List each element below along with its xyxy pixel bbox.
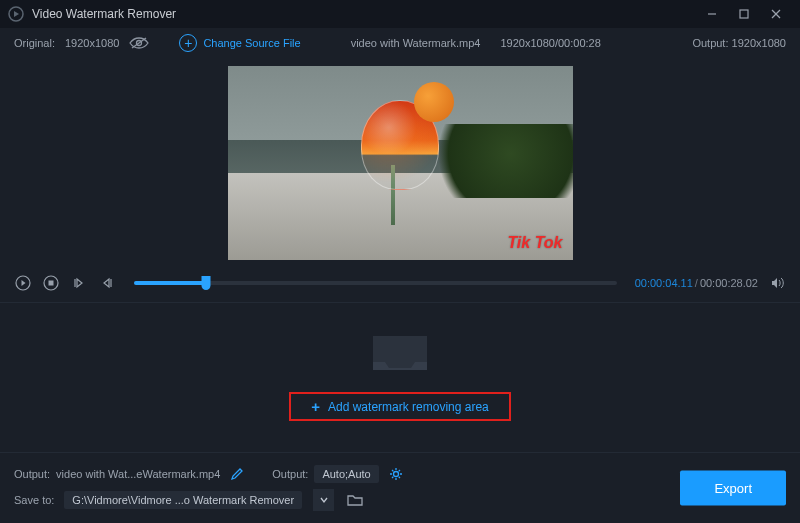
output-file-label: Output: xyxy=(14,468,50,480)
app-title: Video Watermark Remover xyxy=(32,7,176,21)
plus-circle-icon: + xyxy=(179,34,197,52)
info-bar: Original: 1920x1080 + Change Source File… xyxy=(0,28,800,58)
change-source-label: Change Source File xyxy=(203,37,300,49)
svg-rect-9 xyxy=(49,281,54,286)
output-format-value[interactable]: Auto;Auto xyxy=(314,465,378,483)
playback-controls: 00:00:04.11 / 00:00:28.02 xyxy=(0,268,800,302)
mark-in-button[interactable] xyxy=(70,274,88,292)
minimize-button[interactable] xyxy=(696,0,728,28)
seek-thumb[interactable] xyxy=(202,276,211,290)
bottom-panel: Output: video with Wat...eWatermark.mp4 … xyxy=(0,452,800,523)
output-label: Output: xyxy=(692,37,728,49)
time-separator: / xyxy=(695,277,698,289)
plus-icon: + xyxy=(311,398,320,415)
watermark-area-panel: + Add watermark removing area xyxy=(0,302,800,452)
export-button[interactable]: Export xyxy=(680,471,786,506)
save-to-path[interactable]: G:\Vidmore\Vidmore ...o Watermark Remove… xyxy=(64,491,302,509)
save-to-dropdown[interactable] xyxy=(312,489,334,511)
source-filename: video with Watermark.mp4 xyxy=(351,37,481,49)
volume-icon[interactable] xyxy=(768,274,786,292)
output-settings-button[interactable] xyxy=(385,463,407,485)
save-to-label: Save to: xyxy=(14,494,54,506)
stop-button[interactable] xyxy=(42,274,60,292)
add-watermark-area-label: Add watermark removing area xyxy=(328,400,489,414)
svg-point-10 xyxy=(393,472,398,477)
seek-bar[interactable] xyxy=(134,281,617,285)
output-filename: video with Wat...eWatermark.mp4 xyxy=(56,468,220,480)
source-dim-duration: 1920x1080/00:00:28 xyxy=(500,37,600,49)
output-dimensions: 1920x1080 xyxy=(732,37,786,49)
current-time: 00:00:04.11 xyxy=(635,277,693,289)
app-logo-icon xyxy=(8,6,24,22)
preview-toggle-icon[interactable] xyxy=(129,36,149,50)
output-format-label: Output: xyxy=(272,468,308,480)
mark-out-button[interactable] xyxy=(98,274,116,292)
add-watermark-area-button[interactable]: + Add watermark removing area xyxy=(289,392,511,421)
svg-rect-2 xyxy=(740,10,748,18)
titlebar: Video Watermark Remover xyxy=(0,0,800,28)
total-duration: 00:00:28.02 xyxy=(700,277,758,289)
app-window: Video Watermark Remover Original: 1920x1… xyxy=(0,0,800,523)
original-label: Original: xyxy=(14,37,55,49)
open-folder-button[interactable] xyxy=(344,489,366,511)
watermark-overlay: Tik Tok xyxy=(507,234,562,252)
edit-filename-button[interactable] xyxy=(226,463,248,485)
tray-icon xyxy=(365,328,435,378)
original-dimensions: 1920x1080 xyxy=(65,37,119,49)
maximize-button[interactable] xyxy=(728,0,760,28)
video-preview[interactable]: Tik Tok xyxy=(228,66,573,260)
preview-area: Tik Tok xyxy=(0,58,800,268)
play-button[interactable] xyxy=(14,274,32,292)
close-button[interactable] xyxy=(760,0,792,28)
change-source-button[interactable]: + Change Source File xyxy=(179,34,300,52)
